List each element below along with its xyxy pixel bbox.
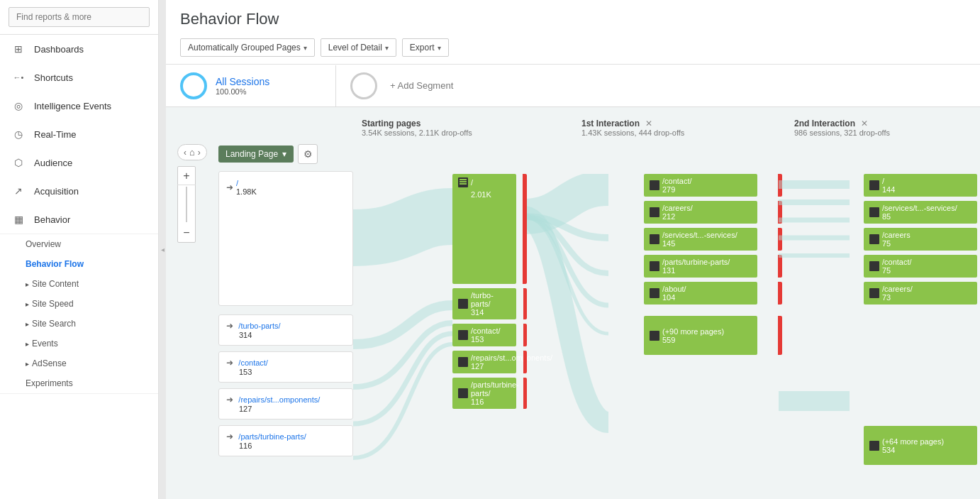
landing-name-4: /parts/turbine-parts/	[238, 432, 306, 441]
interaction1-bar-4[interactable]: /about/ 104	[644, 282, 757, 305]
interaction1-bar-4-container: /about/ 104	[644, 282, 779, 305]
sidebar-collapse-site-speed[interactable]: ▸ Site Speed	[0, 294, 158, 314]
sidebar-item-intelligence[interactable]: ◎ Intelligence Events	[0, 92, 158, 120]
interaction1-bar-0[interactable]: /contact/ 279	[644, 174, 757, 197]
sidebar-label-audience: Audience	[34, 158, 72, 168]
landing-page-selector[interactable]: Landing Page ▾	[218, 146, 294, 163]
bar-icon	[458, 177, 468, 187]
landing-selector-row: Landing Page ▾ ⚙	[218, 144, 353, 164]
i1-bar-count-3: 131	[662, 266, 730, 275]
landing-count-0: 1.98K	[236, 187, 257, 196]
landing-node-2[interactable]: ➜ /contact/ 153	[218, 351, 353, 383]
bar-count-1: 314	[471, 308, 511, 317]
bar-icon	[458, 299, 468, 309]
sidebar-sub-behavior-flow[interactable]: Behavior Flow	[0, 254, 158, 274]
settings-btn[interactable]: ⚙	[298, 144, 318, 164]
arrow-icon: ▸	[26, 340, 29, 348]
grid-icon: ⊞	[11, 42, 26, 56]
bar-count-0: 2.01K	[471, 190, 491, 199]
bar-icon	[869, 288, 879, 298]
sidebar-item-realtime[interactable]: ◷ Real-Time	[0, 120, 158, 148]
i2-bar-count-3: 75	[882, 266, 912, 275]
bar-icon	[650, 331, 659, 341]
segment-name: All Sessions	[216, 76, 269, 87]
i2-bar-count-5: 534	[882, 446, 944, 454]
interaction1-bar-1[interactable]: /careers/ 212	[644, 201, 757, 224]
interaction2-bar-4[interactable]: /careers/ 73	[864, 282, 977, 305]
starting-bar-3-container: /repairs/st...omponents/ 127	[452, 351, 523, 373]
bar-icon	[458, 357, 468, 367]
sidebar-collapse-adsense[interactable]: ▸ AdSense	[0, 353, 158, 373]
landing-name-2: /contact/	[238, 358, 268, 367]
search-input[interactable]	[9, 7, 150, 27]
starting-bar-3[interactable]: /repairs/st...omponents/ 127	[452, 351, 516, 373]
sidebar-collapse-events[interactable]: ▸ Events	[0, 334, 158, 353]
starting-bar-0[interactable]: / 2.01K	[452, 174, 516, 284]
sidebar-item-behavior[interactable]: ▦ Behavior	[0, 205, 158, 234]
sidebar-label-acquisition: Acquisition	[34, 186, 79, 197]
nav-left-btn[interactable]: ‹	[184, 148, 186, 158]
page-title: Behavior Flow	[166, 0, 980, 34]
search-box	[0, 0, 158, 35]
interaction2-bar-3[interactable]: /contact/ 75	[864, 255, 977, 278]
bar-icon	[650, 288, 659, 298]
all-sessions-segment[interactable]: All Sessions 100.00%	[166, 65, 336, 106]
sidebar-collapse-site-content[interactable]: ▸ Site Content	[0, 274, 158, 294]
bar-name-0: /	[471, 178, 473, 187]
i2-bar-name-4: /careers/	[882, 285, 913, 293]
starting-bar-1[interactable]: /turbo-parts/ 314	[452, 288, 516, 319]
sidebar-item-shortcuts[interactable]: ←• Shortcuts	[0, 63, 158, 92]
landing-count-2: 153	[239, 368, 345, 376]
home-icon[interactable]: ⌂	[189, 147, 195, 158]
export-btn[interactable]: Export ▾	[402, 38, 449, 57]
zoom-in-btn[interactable]: +	[177, 167, 196, 185]
landing-node-4[interactable]: ➜ /parts/turbine-parts/ 116	[218, 425, 353, 456]
landing-name-1: /turbo-parts/	[238, 322, 280, 330]
sidebar-collapse-handle[interactable]: ◂	[159, 0, 166, 499]
top-bar: Behavior Flow Automatically Grouped Page…	[166, 0, 980, 65]
chevron-down-icon: ▾	[304, 44, 307, 52]
sidebar-item-dashboards[interactable]: ⊞ Dashboards	[0, 35, 158, 63]
zoom-out-btn[interactable]: −	[177, 224, 196, 242]
sidebar-sub-experiments[interactable]: Experiments	[0, 373, 158, 393]
add-segment-btn[interactable]: + Add Segment	[336, 65, 467, 106]
starting-bar-2[interactable]: /contact/ 153	[452, 324, 516, 346]
close-interaction1-btn[interactable]: ✕	[645, 119, 652, 128]
landing-node-1[interactable]: ➜ /turbo-parts/ 314	[218, 314, 353, 346]
sidebar-sub-overview[interactable]: Overview	[0, 234, 158, 254]
nav-right-btn[interactable]: ›	[198, 148, 201, 158]
interaction1-bar-5[interactable]: (+90 more pages) 559	[644, 316, 757, 355]
close-interaction2-btn[interactable]: ✕	[861, 119, 868, 128]
level-of-detail-btn[interactable]: Level of Detail ▾	[321, 38, 396, 57]
grouped-pages-btn[interactable]: Automatically Grouped Pages ▾	[180, 38, 315, 57]
sidebar-item-acquisition[interactable]: ↗ Acquisition	[0, 177, 158, 205]
interaction2-header: 2nd Interaction ✕ 986 sessions, 321 drop…	[794, 119, 950, 137]
bar-content: /	[458, 177, 473, 187]
realtime-icon: ◷	[11, 127, 26, 141]
i1-bar-count-2: 145	[662, 239, 737, 248]
starting-bar-1-container: /turbo-parts/ 314	[452, 288, 523, 319]
bar-name-4: /parts/turbine-parts/	[471, 380, 519, 397]
interaction2-bar-2[interactable]: /careers 75	[864, 228, 977, 251]
sidebar-label-shortcuts: Shortcuts	[34, 72, 73, 83]
segment-bar: All Sessions 100.00% + Add Segment	[166, 65, 980, 107]
sidebar-collapse-site-search[interactable]: ▸ Site Search	[0, 314, 158, 334]
i2-bar-count-1: 85	[882, 212, 957, 221]
interaction2-bar-1[interactable]: /services/t...-services/ 85	[864, 201, 977, 224]
sidebar-item-audience[interactable]: ⬡ Audience	[0, 148, 158, 177]
connector-svg-3	[779, 174, 864, 499]
interaction2-bar-2-container: /careers 75	[864, 228, 980, 251]
sidebar-behavior-section: Overview Behavior Flow ▸ Site Content ▸ …	[0, 234, 158, 394]
interaction2-bar-0[interactable]: / 144	[864, 174, 977, 197]
interaction2-bar-5[interactable]: (+64 more pages) 534	[864, 426, 977, 465]
interaction1-bar-2[interactable]: /services/t...-services/ 145	[644, 228, 757, 251]
i1-bar-name-0: /contact/	[662, 177, 692, 185]
interaction1-bar-3[interactable]: /parts/turbine-parts/ 131	[644, 255, 757, 278]
landing-node-0[interactable]: ➜ / 1.98K	[226, 179, 345, 196]
i2-bar-count-2: 75	[882, 239, 911, 248]
arrow-icon: ▸	[26, 360, 29, 368]
i2-bar-name-0: /	[882, 177, 895, 185]
starting-bar-4[interactable]: /parts/turbine-parts/ 116	[452, 378, 516, 409]
i2-bar-name-2: /careers	[882, 231, 911, 239]
landing-node-3[interactable]: ➜ /repairs/st...omponents/ 127	[218, 388, 353, 420]
